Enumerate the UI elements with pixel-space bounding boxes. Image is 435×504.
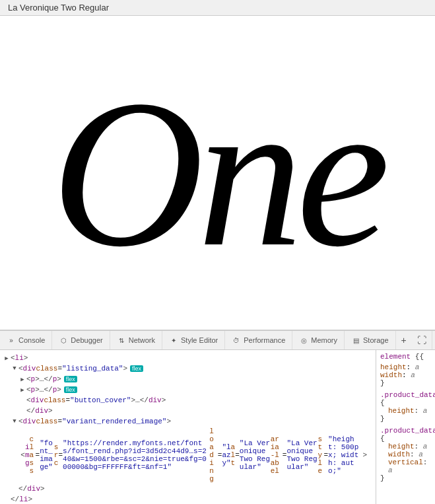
tab-debugger-label: Debugger xyxy=(71,336,102,344)
dom-line-img[interactable]: <img class="font_image" src="https://ren… xyxy=(0,427,370,484)
font-preview-area: La Veronique Two Regular One xyxy=(0,0,435,330)
storage-icon: ▤ xyxy=(351,336,360,345)
flex-badge: flex xyxy=(64,376,77,382)
dom-toggle[interactable]: ▶ xyxy=(3,354,11,362)
css-close-brace: } xyxy=(380,379,431,387)
css-product-block-1: .product_data { height: a xyxy=(380,391,431,415)
font-preview: One xyxy=(0,16,435,330)
css-selector-2: .product_data { xyxy=(380,427,431,443)
dom-line-div-listing[interactable]: ▼ <div class="listing_data" > flex xyxy=(0,363,376,374)
network-icon: ⇅ xyxy=(117,336,126,345)
css-close-brace-2: } xyxy=(380,474,431,482)
memory-icon: ◎ xyxy=(299,336,308,345)
css-selector-1: .product_data { xyxy=(380,391,431,407)
dom-line-li[interactable]: ▶ <li> xyxy=(0,353,376,363)
dom-line-close-li[interactable]: </li> xyxy=(0,494,376,504)
responsive-design-button[interactable]: ⛶ xyxy=(412,331,432,349)
add-panel-button[interactable]: + xyxy=(396,331,412,349)
dom-line-p1[interactable]: ▶ <p> … </p> flex xyxy=(0,374,376,384)
dom-line-p2[interactable]: ▶ <p> … </p> flex xyxy=(0,384,376,395)
css-element-block: element {{ xyxy=(380,353,431,361)
dom-inspector: ▶ <li> ▼ <div class="listing_data" > fle… xyxy=(0,350,435,504)
console-icon: » xyxy=(7,336,16,345)
css-rule-2-vertical: vertical: a xyxy=(380,458,431,474)
tab-memory[interactable]: ◎ Memory xyxy=(292,331,345,349)
flex-badge: flex xyxy=(130,365,143,372)
dom-toggle[interactable]: ▼ xyxy=(11,417,18,425)
font-preview-text: One xyxy=(51,67,384,279)
css-product-block-2: .product_data { height: a width: a verti… xyxy=(380,427,431,474)
tab-memory-label: Memory xyxy=(311,336,337,344)
tab-network-label: Network xyxy=(129,336,155,344)
filter-styles-button[interactable]: ▽ Filter Styles xyxy=(432,331,435,349)
tab-style-editor-label: Style Editor xyxy=(181,336,218,344)
css-panel: element {{ height: a width: a } .product… xyxy=(376,350,435,504)
dom-tree-panel: ▶ <li> ▼ <div class="listing_data" > fle… xyxy=(0,350,376,504)
dom-toggle[interactable]: ▶ xyxy=(18,386,26,394)
flex-badge: flex xyxy=(64,386,77,393)
font-title: La Veronique Two Regular xyxy=(8,3,109,13)
dom-line-div-button[interactable]: ▶ <div class="button_cover" > … </div> xyxy=(0,395,376,406)
tab-console[interactable]: » Console xyxy=(0,331,52,349)
css-rule-2-width: width: a xyxy=(380,450,431,458)
font-title-bar: La Veronique Two Regular xyxy=(0,0,435,16)
css-rule-width: width: a xyxy=(380,371,431,379)
devtools-toolbar: » Console ⬡ Debugger ⇅ Network ✦ Style E… xyxy=(0,330,435,350)
tab-performance-label: Performance xyxy=(244,336,285,344)
tab-console-label: Console xyxy=(18,336,45,344)
tab-storage-label: Storage xyxy=(363,336,389,344)
css-rule-2-height: height: a xyxy=(380,443,431,450)
dom-line-div-variant[interactable]: ▼ <div class="variant_rendered_image" > xyxy=(0,416,376,427)
css-rule-height: height: a xyxy=(380,363,431,371)
tab-network[interactable]: ⇅ Network xyxy=(110,331,162,349)
performance-icon: ⏱ xyxy=(232,336,241,345)
style-editor-icon: ✦ xyxy=(169,336,178,345)
tab-style-editor[interactable]: ✦ Style Editor xyxy=(162,331,225,349)
dom-toggle[interactable]: ▼ xyxy=(11,365,18,373)
tab-storage[interactable]: ▤ Storage xyxy=(345,331,396,349)
dom-line-close-div-variant[interactable]: </div> xyxy=(0,484,376,494)
dom-toggle[interactable]: ▶ xyxy=(18,375,26,383)
tab-debugger[interactable]: ⬡ Debugger xyxy=(52,331,110,349)
dom-line-close-div-listing[interactable]: </div> xyxy=(0,406,376,416)
debugger-icon: ⬡ xyxy=(59,336,68,345)
css-element-selector: element xyxy=(380,353,415,361)
css-rule-1-height: height: a xyxy=(380,407,431,415)
tab-performance[interactable]: ⏱ Performance xyxy=(225,331,292,349)
css-close-brace-1: } xyxy=(380,415,431,423)
